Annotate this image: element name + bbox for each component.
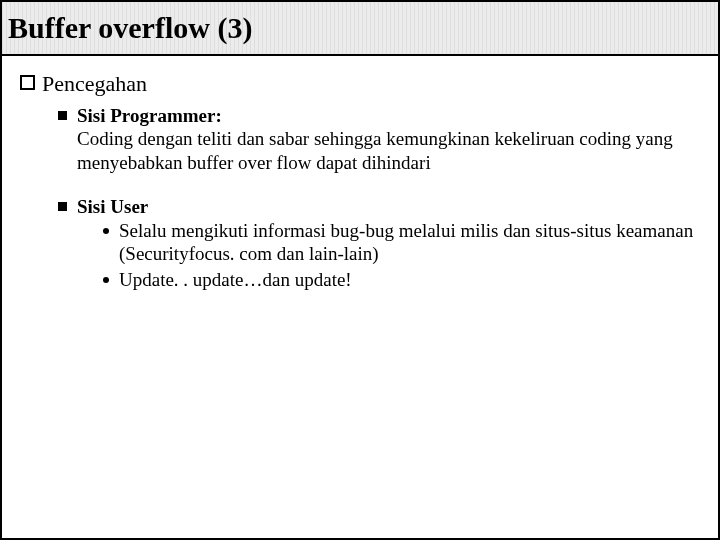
item-desc: Coding dengan teliti dan sabar sehingga … xyxy=(77,127,700,175)
item-title: Sisi Programmer: xyxy=(77,104,700,128)
sub-text: Selalu mengikuti informasi bug-bug melal… xyxy=(119,219,700,267)
sub-item: Selalu mengikuti informasi bug-bug melal… xyxy=(103,219,700,267)
dot-bullet-icon xyxy=(103,277,109,283)
hollow-square-icon xyxy=(20,75,35,90)
list-item: Sisi Programmer: Coding dengan teliti da… xyxy=(58,104,700,175)
section-row: Pencegahan xyxy=(20,70,700,98)
square-bullet-icon xyxy=(58,111,67,120)
item-body: Sisi Programmer: Coding dengan teliti da… xyxy=(77,104,700,175)
slide: Buffer overflow (3) Pencegahan Sisi Prog… xyxy=(0,0,720,540)
title-bar: Buffer overflow (3) xyxy=(2,2,718,56)
sub-text: Update. . update…dan update! xyxy=(119,268,700,292)
dot-bullet-icon xyxy=(103,228,109,234)
slide-content: Pencegahan Sisi Programmer: Coding denga… xyxy=(2,56,718,294)
slide-title: Buffer overflow (3) xyxy=(8,11,252,45)
item-title: Sisi User xyxy=(77,195,700,219)
square-bullet-icon xyxy=(58,202,67,211)
item-body: Sisi User Selalu mengikuti informasi bug… xyxy=(77,195,700,294)
section-heading: Pencegahan xyxy=(42,70,147,98)
sub-item: Update. . update…dan update! xyxy=(103,268,700,292)
list-item: Sisi User Selalu mengikuti informasi bug… xyxy=(58,195,700,294)
spacer xyxy=(20,177,700,195)
